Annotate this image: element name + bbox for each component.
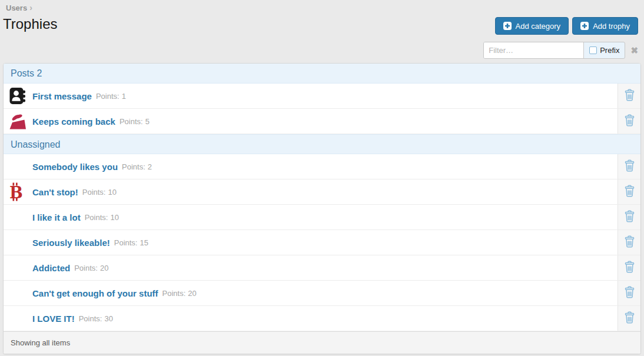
points-label: Points: <box>74 264 98 272</box>
delete-trophy-button[interactable] <box>624 235 635 250</box>
trash-icon <box>624 210 635 225</box>
trophy-row-content: I like it a lotPoints:10 <box>4 205 618 229</box>
category-header: Unassigned <box>4 134 640 154</box>
trash-icon <box>624 89 635 104</box>
points: Points:10 <box>85 213 119 222</box>
points-value: 2 <box>148 162 152 171</box>
category-link[interactable]: Posts 2 <box>11 68 42 78</box>
points-value: 20 <box>100 264 108 272</box>
delete-trophy-button[interactable] <box>624 286 635 301</box>
trophy-row: Keeps coming backPoints:5 <box>4 109 640 134</box>
delete-trophy-button[interactable] <box>624 114 635 129</box>
trash-cell <box>618 84 640 108</box>
trash-cell <box>618 179 640 204</box>
prefix-label[interactable]: Prefix <box>600 46 619 55</box>
page-header: Users› Trophies Add category Add trophy … <box>0 0 644 63</box>
delete-trophy-button[interactable] <box>624 185 635 199</box>
trophy-row: Can't get enough of your stuffPoints:20 <box>4 281 640 306</box>
trophy-row: I LOVE IT!Points:30 <box>4 306 640 331</box>
points: Points:30 <box>79 314 113 323</box>
trophy-row-content: Keeps coming backPoints:5 <box>4 109 618 134</box>
prefix-segment: Prefix <box>584 42 625 58</box>
points-value: 30 <box>104 314 112 323</box>
delete-trophy-button[interactable] <box>624 159 635 174</box>
points: Points:20 <box>162 289 197 298</box>
prefix-checkbox[interactable] <box>589 46 597 54</box>
points: Points:1 <box>96 92 126 101</box>
trophy-list: Posts 2First messagePoints:1Keeps coming… <box>3 63 641 354</box>
trophy-link[interactable]: First message <box>32 91 92 101</box>
trophy-row-content: Seriously likeable!Points:15 <box>4 230 618 255</box>
trash-icon <box>624 159 635 174</box>
points-value: 5 <box>145 117 150 126</box>
plus-icon <box>503 22 512 30</box>
trash-cell <box>618 205 640 229</box>
trophy-row-content: I LOVE IT!Points:30 <box>4 306 618 331</box>
points-value: 20 <box>188 289 196 298</box>
address-book-icon <box>4 87 32 105</box>
trophy-link[interactable]: I like it a lot <box>32 212 81 222</box>
category-link[interactable]: Unassigned <box>11 139 61 149</box>
trophy-link[interactable]: Somebody likes you <box>32 162 118 172</box>
delete-trophy-button[interactable] <box>624 261 635 275</box>
trash-cell <box>618 255 640 280</box>
trophy-link[interactable]: Keeps coming back <box>32 117 115 127</box>
add-category-label: Add category <box>516 22 561 31</box>
trophy-link[interactable]: I LOVE IT! <box>32 314 75 324</box>
points: Points:20 <box>74 264 108 272</box>
trophy-row-content: BCan't stop!Points:10 <box>4 179 618 204</box>
delete-trophy-button[interactable] <box>624 311 635 326</box>
points-label: Points: <box>114 238 138 247</box>
add-trophy-label: Add trophy <box>593 22 630 31</box>
trash-icon <box>624 311 635 326</box>
trophy-link[interactable]: Seriously likeable! <box>32 238 110 248</box>
list-footer: Showing all items <box>4 331 640 354</box>
trophy-link[interactable]: Can't stop! <box>32 187 78 197</box>
trash-cell <box>618 230 640 255</box>
trophy-row: I like it a lotPoints:10 <box>4 205 640 230</box>
points-label: Points: <box>119 117 143 126</box>
plus-icon <box>580 22 589 30</box>
trash-icon <box>624 286 635 301</box>
trash-cell <box>618 154 640 179</box>
page-title: Trophies <box>3 16 57 32</box>
toolbar: Add category Add trophy <box>495 17 638 35</box>
trophy-link[interactable]: Addicted <box>32 263 70 273</box>
points-value: 10 <box>110 213 118 222</box>
trash-icon <box>624 235 635 250</box>
trash-icon <box>624 261 635 275</box>
points-label: Points: <box>122 162 145 171</box>
breadcrumb: Users› <box>6 3 32 12</box>
filter-bar: Prefix ✖ <box>483 42 638 59</box>
points-label: Points: <box>162 289 186 298</box>
trash-cell <box>618 281 640 305</box>
points-label: Points: <box>79 314 102 323</box>
add-category-button[interactable]: Add category <box>495 17 569 35</box>
breadcrumb-separator: › <box>29 3 32 12</box>
points-value: 1 <box>122 92 126 101</box>
delete-trophy-button[interactable] <box>624 89 635 104</box>
trophy-link[interactable]: Can't get enough of your stuff <box>32 288 158 298</box>
trash-icon <box>624 114 635 129</box>
delete-trophy-button[interactable] <box>624 210 635 225</box>
trophy-row: First messagePoints:1 <box>4 84 640 109</box>
trophy-row: AddictedPoints:20 <box>4 255 640 281</box>
trophy-row: Seriously likeable!Points:15 <box>4 230 640 255</box>
points-label: Points: <box>82 188 106 197</box>
bitcoin-icon: B <box>4 182 32 201</box>
breadcrumb-link-users[interactable]: Users <box>6 4 27 12</box>
points: Points:5 <box>119 117 150 126</box>
points-label: Points: <box>85 213 108 222</box>
points: Points:10 <box>82 188 117 197</box>
clear-filter-icon[interactable]: ✖ <box>630 46 638 55</box>
filter-input[interactable] <box>484 42 584 58</box>
hand-icon <box>4 112 32 130</box>
category-header: Posts 2 <box>4 64 640 84</box>
trophy-row-content: Can't get enough of your stuffPoints:20 <box>4 281 618 305</box>
trophy-row: Somebody likes youPoints:2 <box>4 154 640 179</box>
add-trophy-button[interactable]: Add trophy <box>572 17 638 35</box>
trash-icon <box>624 185 635 199</box>
points: Points:2 <box>122 162 152 171</box>
trophy-row-content: Somebody likes youPoints:2 <box>4 154 618 179</box>
points-value: 15 <box>140 238 148 247</box>
